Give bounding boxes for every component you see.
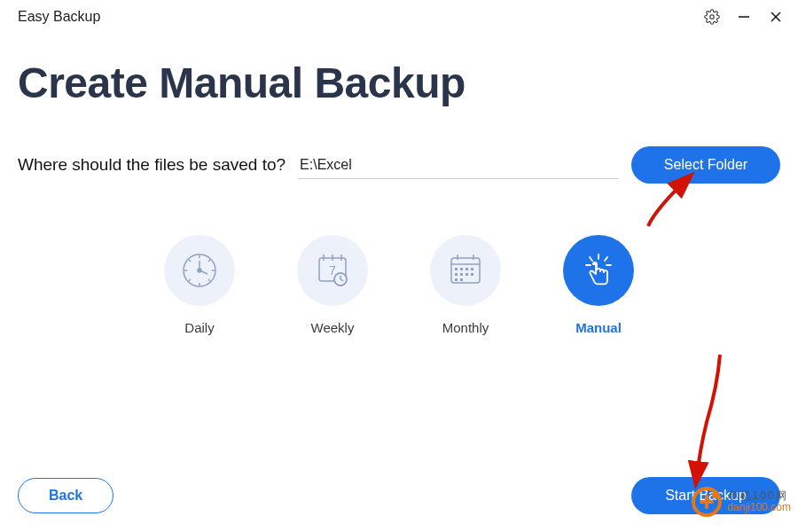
gear-icon[interactable]: [704, 9, 720, 25]
frequency-label: Manual: [575, 320, 622, 335]
pointer-icon: [563, 235, 634, 306]
annotation-arrow-icon: [673, 351, 735, 489]
frequency-label: Weekly: [311, 320, 355, 335]
svg-rect-34: [460, 273, 463, 276]
svg-line-41: [605, 257, 607, 261]
frequency-option-daily[interactable]: Daily: [164, 235, 235, 335]
frequency-row: Daily 7 Weekly: [0, 235, 798, 335]
svg-rect-30: [460, 268, 463, 270]
svg-rect-33: [455, 273, 458, 276]
calendar-month-icon: [430, 235, 501, 306]
svg-line-40: [590, 257, 592, 261]
svg-line-15: [189, 279, 191, 281]
svg-line-13: [208, 279, 210, 281]
titlebar: Easy Backup: [0, 0, 798, 25]
minimize-icon[interactable]: [736, 9, 752, 25]
svg-line-12: [189, 260, 191, 262]
svg-rect-29: [455, 268, 458, 270]
svg-point-0: [710, 15, 715, 20]
svg-rect-32: [471, 268, 473, 270]
start-backup-button[interactable]: Start Backup: [631, 477, 780, 514]
app-title: Easy Backup: [18, 9, 100, 25]
destination-label: Where should the files be saved to?: [18, 155, 286, 175]
footer-row: Back Start Backup: [18, 477, 780, 514]
back-button[interactable]: Back: [18, 478, 113, 513]
destination-row: Where should the files be saved to? Sele…: [18, 146, 780, 184]
frequency-option-weekly[interactable]: 7 Weekly: [297, 235, 368, 335]
svg-rect-38: [460, 278, 463, 281]
frequency-option-manual[interactable]: Manual: [563, 235, 634, 335]
frequency-option-monthly[interactable]: Monthly: [430, 235, 501, 335]
svg-rect-31: [466, 268, 468, 270]
close-icon[interactable]: [768, 9, 784, 25]
frequency-label: Daily: [184, 320, 214, 335]
calendar-week-icon: 7: [297, 235, 368, 306]
page-title: Create Manual Backup: [18, 59, 798, 107]
clock-icon: [164, 235, 235, 306]
destination-input[interactable]: [298, 152, 619, 179]
frequency-label: Monthly: [442, 320, 489, 335]
svg-line-14: [208, 260, 210, 262]
select-folder-button[interactable]: Select Folder: [631, 146, 780, 184]
svg-rect-35: [466, 273, 468, 276]
svg-rect-36: [471, 273, 473, 276]
svg-rect-37: [455, 278, 458, 281]
window-controls: [704, 9, 784, 25]
